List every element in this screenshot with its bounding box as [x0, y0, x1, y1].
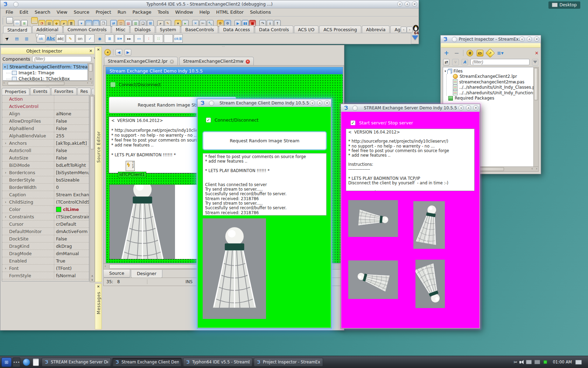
project-inspector-titlebar[interactable]: Project Inspector - StreamEx... ∨ ∧ ✕	[441, 35, 541, 43]
component-tree-row[interactable]: Image1: TImage	[3, 70, 88, 76]
jump-to-icon[interactable]: ⌖	[104, 49, 111, 56]
list-box-palette-icon[interactable]: ≣	[105, 34, 114, 43]
property-value[interactable]: 255	[54, 133, 89, 138]
edit-palette-icon[interactable]: ab|	[56, 34, 65, 43]
property-row-constraints[interactable]: ›Constraints(TSizeConstraints	[2, 213, 89, 220]
component-tree-row[interactable]: ▾StreamExchangeClientForm: TStrea	[3, 64, 88, 70]
property-row-autosize[interactable]: AutoSizeFalse	[2, 154, 89, 162]
property-value[interactable]: 0	[54, 185, 89, 190]
network-icon[interactable]	[534, 360, 540, 364]
palette-tab-misc[interactable]: Misc	[112, 26, 130, 33]
property-value[interactable]: False	[54, 126, 89, 131]
property-row-activecontrol[interactable]: ActiveControl	[2, 103, 89, 110]
cursor-palette-icon[interactable]: ➤	[1, 33, 13, 45]
property-row-alphablendvalue[interactable]: AlphaBlendValue255	[2, 132, 89, 139]
property-value[interactable]: Stream Exchange	[54, 192, 89, 197]
property-expander[interactable]: ›	[2, 200, 9, 204]
property-value[interactable]: dmManual	[54, 251, 89, 256]
palette-tab-acs-processing[interactable]: ACS Processing	[319, 26, 361, 33]
property-row-enabled[interactable]: EnabledTrue	[2, 257, 89, 265]
client-checkbox[interactable]: ✓ Connect/Disconnect	[206, 117, 258, 123]
filter-funnel-icon[interactable]	[532, 59, 538, 66]
property-expander[interactable]: ›	[2, 215, 9, 219]
designer-checkbox[interactable]: Connect/Disconnect	[110, 82, 161, 87]
radio-button-palette-icon[interactable]: ◉	[95, 34, 104, 43]
radio-group-palette-icon[interactable]: ∶	[144, 34, 153, 43]
menu-edit[interactable]: Edit	[16, 8, 31, 16]
palette-tab-system[interactable]: System	[156, 26, 181, 33]
sort-alpha-icon[interactable]: A	[462, 59, 468, 66]
property-row-alphablend[interactable]: AlphaBlendFalse	[2, 125, 89, 132]
scroll-bar-palette-icon[interactable]: ▸▸	[125, 34, 134, 43]
property-row-caption[interactable]: CaptionStream Exchange	[2, 191, 89, 198]
property-row-bidimode[interactable]: BiDiModebdLeftToRight	[2, 162, 89, 169]
components-filter-input[interactable]	[32, 56, 91, 62]
property-row-align[interactable]: AlignalNone	[2, 110, 89, 117]
open-icon[interactable]	[31, 17, 38, 24]
property-row-defaultmonitor[interactable]: DefaultMonitordmActiveForm	[2, 228, 89, 235]
property-row-borderstyle[interactable]: BorderStylebsSizeable	[2, 176, 89, 184]
check-group-palette-icon[interactable]: ∷	[154, 34, 163, 43]
taskbar-button-0[interactable]: STREAM Exchange Server Dem	[42, 358, 111, 367]
editor-tab-0[interactable]: StreamExchangeClient2.lpr✕	[104, 57, 178, 66]
panel-palette-icon[interactable]	[164, 34, 173, 43]
oi-tab-res[interactable]: Res	[77, 88, 91, 95]
palette-tab-dialogs[interactable]: Dialogs	[130, 26, 155, 33]
pi-file-row[interactable]: ../../sharedunits/Unit_Indy_Functions.	[453, 90, 534, 96]
designer-image-control[interactable]	[110, 185, 200, 259]
tab-close-icon[interactable]: ✕	[246, 60, 250, 64]
dock-handle[interactable]: ⋯	[1, 46, 94, 47]
property-value[interactable]: fsNormal	[54, 273, 89, 278]
property-value[interactable]: dkDrag	[54, 244, 89, 249]
remove-item-button[interactable]: −	[453, 50, 460, 56]
screen-icon[interactable]	[575, 360, 582, 364]
close-icon[interactable]: ✕	[88, 49, 94, 53]
server-titlebar[interactable]: STREAM Exchange Server Demo Indy 10.5.5 …	[341, 104, 480, 112]
palette-tab-abbrevia[interactable]: Abbrevia	[362, 26, 390, 33]
add-item-button[interactable]: +	[443, 50, 450, 56]
combo-box-palette-icon[interactable]: ≡▾	[115, 34, 124, 43]
menu-package[interactable]: Package	[130, 8, 155, 16]
property-value[interactable]: (TFont)	[54, 266, 89, 271]
server-checkbox[interactable]: ✓ Start server/ Stop server	[350, 120, 413, 125]
menu-help[interactable]: Help	[196, 8, 213, 16]
property-row-autoscroll[interactable]: AutoScrollFalse	[2, 147, 89, 154]
bottom-tab-designer[interactable]: Designer	[131, 270, 162, 278]
property-row-docksite[interactable]: DockSiteFalse	[2, 235, 89, 243]
menu-search[interactable]: Search	[31, 8, 54, 16]
messages-dock-strip[interactable]: ✕ Messages	[95, 284, 102, 329]
property-row-action[interactable]: Action	[2, 95, 89, 103]
oi-tab-events[interactable]: Events	[30, 88, 51, 95]
label-palette-icon[interactable]: Abc	[46, 34, 55, 43]
property-value[interactable]: False	[54, 236, 89, 241]
scroll-down-arrow-icon[interactable]	[412, 35, 418, 40]
property-value[interactable]: (TControlChildSizir	[54, 199, 89, 205]
property-row-dragmode[interactable]: DragModedmManual	[2, 250, 89, 257]
minimize-button[interactable]: ∨	[310, 100, 315, 105]
scissors-icon[interactable]: ✂	[514, 360, 518, 365]
checkbox-box[interactable]: ✓	[350, 120, 356, 125]
palette-tab-data-access[interactable]: Data Access	[219, 26, 254, 33]
property-row-dragkind[interactable]: DragKinddkDrag	[2, 243, 89, 250]
new-unit-icon[interactable]	[6, 17, 13, 24]
maximize-button[interactable]: ∧	[527, 36, 532, 42]
palette-tab-aggpas[interactable]: AggPas	[390, 26, 400, 33]
palette-tab-standard[interactable]: Standard	[3, 26, 31, 33]
maximize-button[interactable]: ∧	[405, 1, 410, 7]
desktop-switcher[interactable]: Desktop	[548, 1, 581, 9]
taskbar-button-1[interactable]: Stream Exchange Client Demo	[112, 358, 182, 367]
close-button[interactable]: ✕	[534, 36, 539, 42]
maximize-button[interactable]: ∧	[466, 105, 471, 110]
property-row-formstyle[interactable]: FormStylefsNormal	[2, 272, 89, 279]
toggle-box-palette-icon[interactable]: on	[76, 34, 85, 43]
property-value[interactable]: (TSizeConstraints	[54, 214, 89, 219]
palette-tab-basecontrols[interactable]: BaseControls	[181, 26, 218, 33]
sort-mode-icon[interactable]: ⇄	[443, 59, 449, 66]
main-menu-palette-icon[interactable]: ▤	[12, 34, 21, 43]
open-folder-icon[interactable]: 🗁	[477, 50, 483, 56]
memo-palette-icon[interactable]: ✎	[66, 34, 75, 43]
tab-close-icon[interactable]: ✕	[170, 60, 174, 64]
property-expander[interactable]: ›	[2, 141, 9, 145]
oi-tabs-scroll-left[interactable]: ‹	[92, 89, 93, 95]
idtcpclient-component-label[interactable]: IdTCPClient1	[118, 172, 146, 177]
